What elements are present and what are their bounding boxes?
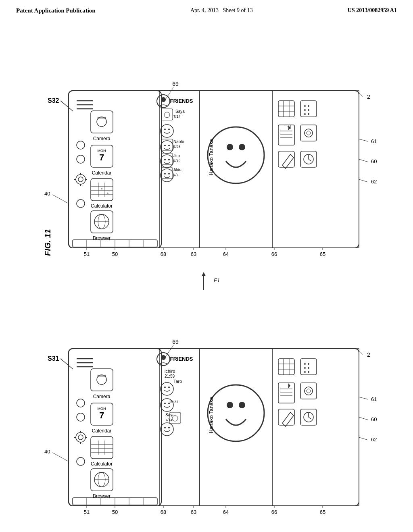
svg-text:61: 61 [371,138,377,144]
svg-point-137 [78,435,83,440]
svg-rect-188 [278,383,294,403]
svg-text:63: 63 [191,251,196,257]
svg-point-184 [304,367,306,369]
svg-point-156 [161,382,173,395]
svg-point-182 [304,363,306,365]
svg-point-193 [305,387,313,395]
svg-point-173 [239,402,245,408]
svg-rect-114 [91,369,113,391]
svg-text:Akira: Akira [173,168,183,172]
svg-point-187 [308,371,309,373]
svg-point-134 [77,399,85,407]
svg-line-0 [60,101,73,111]
svg-text:50: 50 [112,509,118,514]
svg-point-135 [77,413,85,421]
svg-text:60: 60 [371,416,377,422]
svg-point-115 [97,375,106,384]
svg-rect-33 [161,109,173,120]
svg-text:Browser: Browser [93,493,111,499]
publication-date: Apr. 4, 2013 [190,7,219,13]
svg-point-186 [304,371,306,373]
svg-rect-77 [300,125,317,141]
svg-point-79 [307,131,311,135]
ref-69-top: 69 [172,81,179,87]
figure-svg: FIG. 11 S32 Camera MON 7 Calendar [16,22,399,514]
svg-text:61: 61 [371,396,377,402]
sheet-info: Sheet 9 of 13 [223,7,252,13]
state-label-bottom: S31 [48,355,59,362]
svg-point-71 [304,113,306,115]
svg-text:Camera: Camera [93,394,111,399]
svg-point-60 [239,144,245,150]
svg-point-151 [161,355,166,360]
svg-text:FRIENDS: FRIENDS [170,356,193,362]
svg-point-38 [164,129,166,130]
svg-text:Naoto: Naoto [173,139,184,144]
radio-btn-2 [77,155,85,163]
state-label-top: S32 [48,97,59,104]
svg-text:7/14: 7/14 [165,418,173,422]
svg-line-84 [309,159,311,161]
svg-text:65: 65 [320,251,325,257]
svg-line-201 [165,345,173,357]
svg-point-55 [161,169,173,182]
svg-rect-195 [278,409,294,425]
svg-point-19 [78,177,83,182]
ref-2-top: 2 [367,94,370,100]
header-center: Apr. 4, 2013 Sheet 9 of 13 [190,7,253,14]
svg-rect-176 [278,359,294,375]
calculator-label-top: Calculator [91,203,113,209]
svg-text:62: 62 [371,436,377,443]
svg-text:7/19: 7/19 [173,159,181,163]
page-header: Patent Application Publication Apr. 4, 2… [0,0,413,14]
svg-text:62: 62 [371,179,377,185]
patent-number: US 2013/0082959 A1 [348,7,397,14]
svg-text:Calendar: Calendar [92,428,112,434]
svg-text:66: 66 [271,251,277,257]
svg-rect-175 [272,349,359,506]
svg-line-107 [359,179,368,182]
svg-point-136 [76,432,86,442]
svg-point-53 [164,159,166,160]
svg-point-39 [168,129,170,130]
svg-point-32 [161,97,166,102]
radio-btn-1 [77,141,85,149]
svg-text:Taro: Taro [173,379,182,384]
svg-point-172 [227,402,233,408]
svg-rect-192 [300,383,317,399]
svg-point-160 [164,403,166,404]
svg-point-171 [208,385,264,441]
svg-text:20:37: 20:37 [169,400,179,404]
svg-line-224 [359,437,368,440]
svg-text:69: 69 [172,339,179,345]
svg-point-72 [308,113,309,115]
friends-label-top: FRIENDS [170,98,193,104]
browser-label-top: Browser [93,235,111,241]
svg-point-157 [164,387,166,388]
contact-name-top: Hanako Tanaka [208,139,214,175]
svg-text:×: × [101,187,103,191]
svg-point-168 [164,427,166,428]
svg-text:Calculator: Calculator [91,461,113,467]
svg-text:2: 2 [367,351,370,358]
patent-title: Patent Application Publication [16,7,96,14]
svg-text:7: 7 [99,152,104,162]
svg-point-194 [307,389,311,393]
svg-line-222 [359,417,368,420]
figure-label: FIG. 11 [43,229,52,256]
svg-point-59 [227,144,233,150]
svg-text:21:59: 21:59 [165,374,175,378]
calendar-label-top: Calendar [92,170,112,176]
svg-text:63: 63 [191,509,196,514]
svg-text:40: 40 [44,191,50,197]
svg-point-57 [168,173,170,175]
svg-text:Hanako Tanaka: Hanako Tanaka [208,397,214,433]
svg-point-49 [161,141,173,154]
svg-text:68: 68 [161,509,166,514]
svg-text:51: 51 [84,251,90,257]
svg-point-37 [161,125,173,137]
svg-text:51: 51 [84,509,90,514]
svg-text:Saya: Saya [175,109,185,114]
svg-point-54 [168,159,170,160]
svg-line-105 [359,159,368,162]
